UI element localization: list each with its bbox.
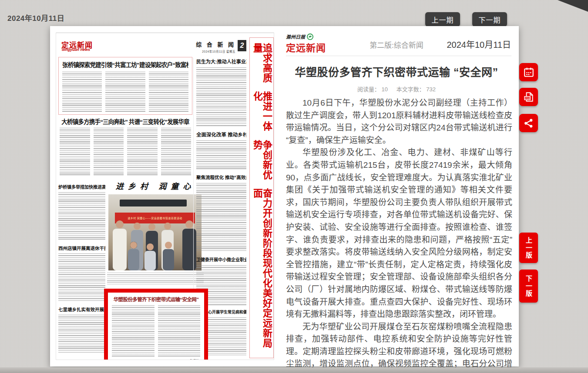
body-text-placeholder (196, 183, 246, 252)
article-paragraph: 无为华塑矿业公司开展煤仓至石灰窑煤粉喷嘴全流程隐患排查，加强转动部件、电控系统和… (286, 321, 512, 373)
newspaper-headline: 大桥镇多方携手“三向奔赴” 共谱“三变转化”发展华章 (58, 117, 192, 126)
article-title: 华塑股份多管齐下织密带式运输 “安全网” (274, 63, 519, 79)
slogan-part: 推进一体化 (252, 91, 271, 140)
newspaper-left-column: 炉桥镇多举措加快推进高标准农田建设 西州店镇开展离退休干部走访活动 七里塘乡扎实… (58, 183, 105, 354)
highlighted-article-byline: (陈春秋) (112, 358, 200, 360)
newspaper-headline: 七里塘乡扎实有效开展秋收工作 (58, 306, 105, 313)
vertical-slogan-strip: 追求高质量 推进一体化 争创新优势 奋力开创新阶段现代化美好定远新局面 (249, 37, 274, 358)
body-text-placeholder (196, 140, 246, 169)
body-text-placeholder (58, 253, 105, 302)
slogan-part: 奋力开创新阶段现代化美好定远新局面 (252, 188, 271, 353)
newspaper-headline: 卫健委开展中小微企业职业健康帮扶行动 (196, 256, 246, 263)
body-text-placeholder (196, 67, 246, 127)
highlighted-article-box[interactable]: 华塑股份多管齐下织密带式运输“安全网” (陈春秋) (104, 289, 208, 360)
newspaper-page-scan[interactable]: 定远新闻 dingyuan news 综 合 新 闻 2024年10月11日 星… (56, 33, 274, 360)
prev-issue-button[interactable]: 上一期 (425, 12, 460, 27)
main-panel: 定远新闻 dingyuan news 综 合 新 闻 2024年10月11日 星… (50, 26, 519, 366)
next-issue-button[interactable]: 下一期 (472, 12, 507, 27)
newspaper-page-number: 2 (238, 40, 246, 51)
views-count: 阅读量： 10 (357, 86, 388, 93)
newspaper-photo-block: 进乡村 润童心 进乡村 润童心——定远县图书馆进基层活动 (107, 180, 204, 286)
led-sign (120, 200, 187, 206)
article-reader: 滁州日报 定远新闻 第二版:综合新闻 2024年10月11日 华塑股份多管齐下织… (274, 26, 519, 366)
newspaper-article-box: 张桥镇探索党建引领“共富工坊”建设架起农户“致富桥” (58, 57, 192, 115)
newspaper-headline: 炉桥镇多举措加快推进高标准农田建设 (58, 183, 105, 190)
body-text-placeholder (112, 305, 155, 356)
svg-text:PDF: PDF (525, 97, 530, 100)
newspaper-masthead-pinyin: dingyuan news (62, 47, 90, 52)
highlighted-article-headline: 华塑股份多管齐下织密带式运输“安全网” (112, 296, 200, 303)
body-text-placeholder (58, 315, 105, 354)
article-paragraph: 10月6日下午，华塑股份水泥分公司副经理（主持工作）散过生产调度会，带人到120… (286, 97, 512, 147)
issue-date: 2024年10月11日 (7, 12, 64, 23)
share-icon (523, 118, 534, 129)
next-page-button[interactable]: 下一版 (519, 270, 538, 303)
calendar-icon (523, 67, 534, 78)
newspaper-section-date: 2024年10月11日 星期五 (187, 49, 235, 53)
word-count: 本文字数： 732 (396, 86, 436, 93)
slogan-part: 争创新优势 (252, 140, 271, 188)
body-text-placeholder (105, 72, 145, 112)
newspaper-headline: 西州店镇开展离退休干部走访活动 (58, 245, 105, 251)
newspaper-headline: 全面深化改革 推动乡村振兴 (196, 131, 246, 138)
reader-date: 2024年10月11日 (447, 38, 511, 50)
photo-caption-placeholder (107, 273, 204, 286)
article-meta: 阅读量： 10 本文字数： 732 (274, 85, 519, 93)
body-text-placeholder (60, 128, 90, 177)
body-text-placeholder (149, 72, 188, 112)
article-paragraph: 华塑股份涉及化工、冶金、电力、建材、非煤矿山等行业。各类带式运输机215台，皮带… (286, 147, 512, 320)
app-root: 2024年10月11日 上一期 下一期 定远新闻 dingyuan news 综… (0, 0, 588, 373)
pdf-icon: PDF (523, 91, 534, 103)
newspaper-section-block: 综 合 新 闻 2024年10月11日 星期五 (187, 40, 235, 53)
pdf-button[interactable]: PDF (519, 88, 538, 106)
share-button[interactable] (519, 114, 538, 132)
body-text-placeholder (158, 305, 201, 356)
newspaper-headline: 民生为大:推动人社事业高质量发展 (196, 58, 246, 65)
photo-calligraphy-title: 进乡村 润童心 (107, 180, 204, 191)
people-group-illustration (108, 218, 202, 270)
body-text-placeholder (161, 128, 192, 177)
newspaper-section-title: 综 合 新 闻 (187, 40, 235, 48)
newspaper-headline: 张桥镇探索党建引领“共富工坊”建设架起农户“致富桥” (62, 60, 188, 69)
newspaper-photo: 进乡村 润童心——定远县图书馆进基层活动 (108, 194, 202, 270)
next-page-label: 下一版 (525, 275, 532, 297)
corner-fold-decoration (558, 0, 588, 12)
slogan-part: 追求高质量 (252, 43, 271, 91)
bottom-edge-band (0, 367, 588, 373)
newspaper-article-columns (60, 128, 191, 177)
calendar-button[interactable] (519, 63, 538, 81)
body-text-placeholder (94, 128, 124, 177)
newspaper-headline: 聚焦流程优化 推动“高效办成一件事” (196, 174, 246, 180)
prev-page-label: 上一版 (525, 237, 532, 259)
body-text-placeholder (62, 72, 102, 112)
body-text-placeholder (58, 192, 105, 241)
article-body: 10月6日下午，华塑股份水泥分公司副经理（主持工作）散过生产调度会，带人到120… (286, 97, 512, 373)
prev-page-button[interactable]: 上一版 (519, 233, 538, 263)
body-text-placeholder (127, 128, 158, 177)
header-divider (286, 56, 511, 56)
